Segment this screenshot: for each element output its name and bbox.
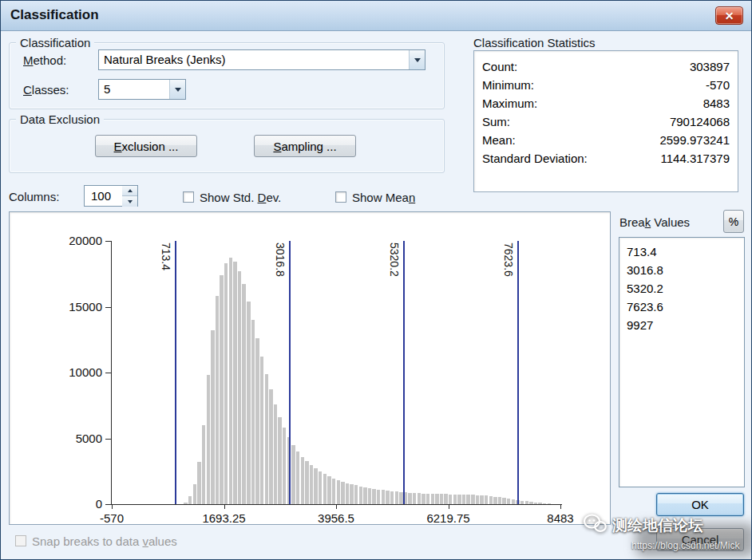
exclusion-button[interactable]: Exclusion ...	[95, 135, 197, 157]
histogram-panel[interactable]: 05000100001500020000-5701693.253956.5621…	[9, 211, 611, 525]
histogram-bar	[319, 471, 322, 504]
break-value-item[interactable]: 713.4	[619, 243, 744, 261]
stat-row: Standard Deviation:1144.317379	[482, 149, 730, 168]
histogram-bar	[291, 445, 295, 504]
classes-label: Classes:	[23, 83, 69, 97]
break-line-label: 3016.8	[274, 243, 287, 277]
break-line-label: 7623.6	[502, 243, 515, 277]
stat-value: 1144.317379	[661, 149, 730, 168]
histogram-bar	[476, 495, 479, 504]
break-value-item[interactable]: 3016.8	[619, 261, 744, 279]
title-bar[interactable]: Classification ✕	[1, 1, 751, 31]
histogram-bar	[485, 495, 488, 504]
break-line[interactable]	[175, 241, 176, 504]
histogram-bar	[390, 491, 394, 504]
break-line[interactable]	[403, 241, 405, 504]
histogram-bar	[197, 462, 200, 504]
columns-input[interactable]: 100	[84, 185, 123, 207]
break-line-label: 5320.2	[388, 243, 401, 277]
histogram-bar	[247, 302, 250, 504]
histogram-bar	[507, 499, 510, 504]
stat-value: 8483	[703, 94, 730, 112]
histogram-bar	[377, 490, 380, 504]
break-value-item[interactable]: 9927	[619, 316, 744, 334]
stat-label: Sum:	[482, 112, 510, 131]
histogram-bar	[202, 425, 205, 504]
classes-dropdown[interactable]: 5	[98, 79, 186, 100]
histogram-bar	[435, 494, 438, 504]
histogram-bar	[449, 495, 452, 504]
histogram-bar	[314, 468, 317, 504]
watermark: 测绘地信论坛 https://blog.csdn.net/Mick	[582, 513, 739, 551]
method-dropdown-value: Natural Breaks (Jenks)	[99, 50, 409, 69]
method-label: Method:	[23, 53, 66, 67]
histogram-bar	[444, 494, 447, 504]
histogram-bar	[395, 491, 398, 504]
stat-value: -570	[706, 76, 730, 94]
histogram-bar	[466, 495, 469, 504]
y-tick	[105, 307, 112, 308]
x-tick	[112, 504, 113, 509]
histogram-bar	[480, 495, 483, 504]
y-tick-label: 20000	[51, 234, 102, 248]
show-std-dev-label: Show Std. Dev.	[200, 191, 281, 204]
break-line[interactable]	[517, 241, 519, 504]
classification-dialog: Classification ✕ Classification Method: …	[0, 0, 752, 560]
percent-button[interactable]: %	[723, 210, 744, 233]
histogram-bar	[323, 474, 327, 504]
close-button[interactable]: ✕	[715, 6, 743, 25]
method-dropdown[interactable]: Natural Breaks (Jenks)	[98, 49, 425, 70]
y-tick-label: 10000	[51, 365, 102, 380]
histogram-bar	[440, 494, 443, 504]
x-tick-label: 6219.75	[409, 511, 489, 525]
histogram-bar	[493, 497, 497, 504]
columns-label: Columns:	[9, 190, 59, 203]
histogram-bar	[426, 494, 429, 504]
histogram-bar	[278, 417, 281, 504]
histogram-bar	[296, 452, 299, 504]
break-value-item[interactable]: 7623.6	[619, 298, 744, 316]
histogram-bar	[498, 497, 501, 504]
histogram-bar	[211, 330, 214, 504]
method-dropdown-button[interactable]	[409, 50, 425, 69]
x-tick	[336, 504, 337, 509]
stat-label: Minimum:	[482, 76, 534, 94]
histogram-bar	[363, 487, 366, 504]
statistics-group-label: Classification Statistics	[473, 36, 596, 49]
histogram-bar	[346, 483, 349, 504]
histogram-bar	[251, 320, 255, 504]
window-title: Classification	[10, 7, 99, 23]
histogram-bar	[372, 489, 375, 504]
histogram-bar	[207, 375, 210, 504]
classes-dropdown-button[interactable]	[169, 80, 185, 99]
break-values-list[interactable]: 713.43016.85320.27623.69927	[619, 237, 745, 487]
wechat-icon	[582, 513, 608, 538]
stat-label: Standard Deviation:	[482, 149, 588, 168]
x-tick	[224, 504, 225, 509]
chevron-down-icon	[128, 200, 133, 203]
x-tick-label: 1693.25	[184, 511, 264, 525]
show-std-dev-checkbox[interactable]	[183, 191, 194, 203]
histogram-bar	[310, 465, 313, 504]
spinner-up-button[interactable]	[122, 186, 137, 196]
histogram-bar	[274, 404, 277, 504]
show-mean-checkbox[interactable]	[335, 191, 346, 203]
sampling-button[interactable]: Sampling ...	[254, 135, 356, 157]
watermark-url: https://blog.csdn.net/Mick	[631, 540, 739, 551]
break-value-item[interactable]: 5320.2	[619, 279, 744, 298]
histogram-bar	[216, 296, 219, 504]
stat-row: Count:303897	[482, 57, 730, 76]
y-tick-label: 5000	[51, 432, 102, 446]
columns-spinner	[122, 185, 138, 207]
chevron-down-icon	[414, 58, 421, 62]
histogram-bar	[341, 482, 344, 504]
break-line[interactable]	[289, 241, 291, 504]
break-line-label: 713.4	[160, 243, 172, 270]
histogram-bar	[269, 389, 272, 504]
histogram-bar	[350, 484, 353, 504]
stat-row: Mean:2599.973241	[482, 131, 730, 149]
y-tick	[105, 241, 112, 242]
spinner-down-button[interactable]	[122, 196, 137, 207]
histogram-bar	[260, 357, 263, 504]
stat-value: 303897	[690, 57, 730, 76]
